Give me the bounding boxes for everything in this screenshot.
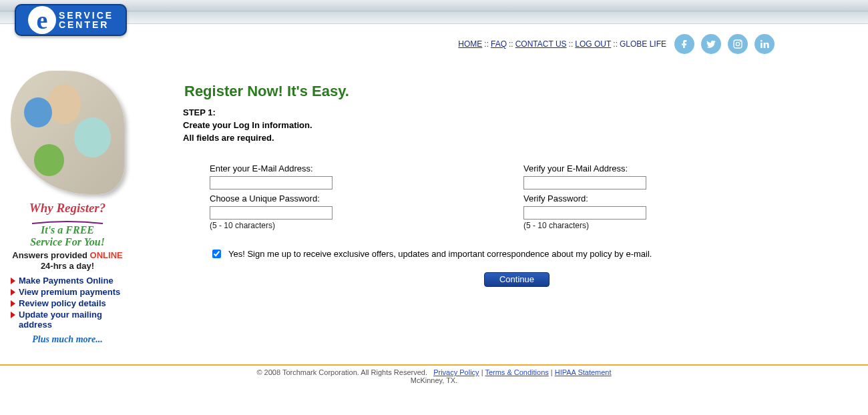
nav-sep: ::: [569, 39, 574, 49]
nav-sep: ::: [613, 39, 618, 49]
nav-sep: ::: [509, 39, 513, 49]
privacy-link[interactable]: Privacy Policy: [433, 368, 479, 376]
terms-link[interactable]: Terms & Conditions: [485, 368, 548, 376]
logo-e: e: [28, 6, 56, 34]
why-register-title: Why Register?: [9, 201, 126, 216]
password-verify-field[interactable]: [523, 206, 646, 220]
password-hint: (5 - 10 characters): [210, 221, 510, 230]
copyright-text: © 2008 Torchmark Corporation. All Rights…: [256, 368, 427, 376]
free-service-text: It's a FREE Service For You!: [9, 224, 126, 248]
logo-text: SERVICE CENTER: [59, 11, 114, 29]
linkedin-icon[interactable]: [754, 34, 775, 54]
password-field[interactable]: [210, 206, 333, 220]
list-item: Make Payments Online: [11, 275, 126, 286]
plus-more-text: Plus much more...: [9, 334, 126, 345]
step-block: STEP 1: Create your Log In information. …: [183, 107, 841, 145]
email-verify-field[interactable]: [523, 176, 646, 189]
nav-globe-life[interactable]: GLOBE LIFE: [620, 39, 666, 49]
nav-faq[interactable]: FAQ: [491, 39, 507, 49]
svg-rect-3: [761, 43, 763, 48]
continue-button[interactable]: Continue: [484, 272, 550, 287]
svg-point-4: [761, 40, 763, 42]
password-label: Choose a Unique Password:: [210, 193, 510, 203]
footer-city: McKinney, TX.: [411, 376, 458, 384]
family-photo: [11, 71, 124, 194]
email-label: Enter your E-Mail Address:: [210, 163, 510, 173]
list-item: Update your mailing address: [11, 309, 126, 330]
nav-contact[interactable]: CONTACT US: [515, 39, 567, 49]
page-title: Register Now! It's Easy.: [184, 83, 841, 100]
password-verify-label: Verify Password:: [523, 193, 824, 203]
feature-list: Make Payments Online View premium paymen…: [11, 275, 126, 330]
footer: © 2008 Torchmark Corporation. All Rights…: [0, 368, 868, 398]
email-field[interactable]: [210, 176, 333, 189]
instagram-icon[interactable]: [728, 34, 748, 54]
facebook-icon[interactable]: [674, 34, 694, 54]
list-item: Review policy details: [11, 298, 126, 309]
eservice-logo[interactable]: e SERVICE CENTER: [15, 4, 127, 36]
top-nav: HOME:: FAQ :: CONTACT US:: LOG OUT:: GLO…: [0, 24, 868, 64]
svg-point-2: [740, 41, 741, 43]
registration-form: Enter your E-Mail Address: Verify your E…: [183, 163, 824, 287]
twitter-icon[interactable]: [701, 34, 721, 54]
hipaa-link[interactable]: HIPAA Statement: [555, 368, 612, 376]
sidebar: Why Register? It's a FREE Service For Yo…: [5, 71, 130, 345]
optin-checkbox[interactable]: [212, 250, 221, 258]
nav-logout[interactable]: LOG OUT: [575, 39, 611, 49]
optin-text: Yes! Sign me up to receive exclusive off…: [228, 249, 652, 259]
footer-divider: [0, 364, 868, 366]
password-verify-hint: (5 - 10 characters): [523, 221, 824, 230]
email-verify-label: Verify your E-Mail Address:: [523, 163, 824, 173]
main-content: Register Now! It's Easy. STEP 1: Create …: [130, 71, 868, 287]
swoosh-divider: [31, 217, 104, 221]
list-item: View premium payments: [11, 286, 126, 298]
svg-point-1: [736, 42, 739, 45]
answers-text: Answers provided ONLINE 24-hrs a day!: [9, 250, 126, 271]
nav-home[interactable]: HOME: [458, 39, 482, 49]
nav-sep: ::: [484, 39, 489, 49]
